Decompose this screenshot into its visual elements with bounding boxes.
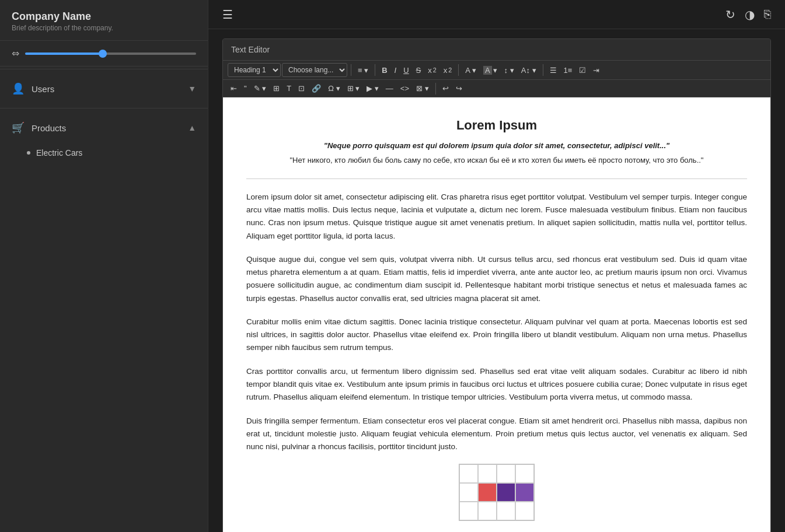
color-cell-r3c3 (497, 502, 515, 520)
sidebar-width-slider[interactable] (25, 52, 196, 55)
font-size-button[interactable]: A↕ ▾ (518, 64, 539, 76)
bg-color-button[interactable]: A ▾ (480, 64, 500, 76)
text-editor-panel: Text Editor Heading 1 Heading 2 Paragrap… (222, 38, 771, 532)
sub-item-dot (27, 151, 30, 155)
color-cell-r1c3 (497, 464, 515, 483)
editor-heading: Lorem Ipsum (246, 115, 747, 135)
media-button[interactable]: ▶ ▾ (364, 82, 382, 94)
company-description: Brief description of the company. (12, 24, 196, 32)
color-cell-purple2 (515, 483, 534, 502)
toolbar-divider1 (351, 64, 351, 76)
editor-para-2: Quisque augue dui, congue vel sem quis, … (246, 253, 747, 305)
sidebar-item-electric-cars[interactable]: Electric Cars (0, 142, 208, 163)
color-grid-container (246, 464, 747, 521)
menu-icon[interactable]: ☰ (222, 8, 233, 22)
color-cell-r1c2 (478, 464, 497, 483)
indent-button[interactable]: ⇥ (590, 64, 602, 76)
sidebar-header: Company Name Brief description of the co… (0, 0, 208, 41)
editor-russian-text: "Нет никого, кто любил бы боль саму по с… (246, 155, 747, 167)
sidebar: Company Name Brief description of the co… (0, 0, 208, 532)
toolbar-divider4 (543, 64, 543, 76)
electric-cars-label: Electric Cars (36, 148, 82, 158)
clear-format-button[interactable]: T (284, 82, 294, 94)
subscript-button[interactable]: x2 (425, 64, 439, 76)
language-select[interactable]: Choose lang... (282, 63, 347, 77)
nav-section: 👤 Users ▼ (0, 72, 208, 106)
format3-button[interactable]: ⊡ (295, 82, 308, 94)
redo-button[interactable]: ↪ (453, 82, 465, 94)
editor-content-divider (246, 178, 747, 179)
bullet-list-button[interactable]: ☰ (547, 64, 560, 76)
todo-list-button[interactable]: ☑ (576, 64, 589, 76)
toolbar-row1: Heading 1 Heading 2 Paragraph Choose lan… (223, 61, 770, 80)
underline-button[interactable]: U (400, 64, 411, 76)
blockquote-button[interactable]: " (241, 82, 250, 94)
table-insert-button[interactable]: ⊞ ▾ (344, 82, 363, 94)
italic-button[interactable]: I (392, 64, 400, 76)
link-button[interactable]: 🔗 (309, 82, 324, 94)
sidebar-item-users-label: Users (32, 84, 54, 94)
color-cell-r1c1 (459, 464, 478, 483)
editor-para-3: Curabitur mollis enim vitae dictum sagit… (246, 316, 747, 355)
products-chevron-icon: ▲ (188, 123, 196, 132)
embed-button[interactable]: ⊠ ▾ (413, 82, 432, 94)
line-height-button[interactable]: ↕ ▾ (501, 64, 517, 76)
users-chevron-icon: ▼ (188, 84, 196, 93)
company-name: Company Name (12, 10, 196, 23)
toolbar-row2: ⇤ " ✎ ▾ ⊞ T ⊡ 🔗 Ω ▾ ⊞ ▾ ▶ ▾ — <> ⊠ ▾ ↩ ↪ (223, 80, 770, 97)
export-icon[interactable]: ⎘ (764, 8, 771, 21)
color-cell-r2c1 (459, 483, 478, 502)
editor-wrapper: Text Editor Heading 1 Heading 2 Paragrap… (208, 29, 785, 532)
special-char-button[interactable]: Ω ▾ (325, 82, 343, 94)
users-icon: 👤 (12, 82, 25, 95)
ordered-list-button[interactable]: 1≡ (561, 64, 575, 76)
font-color-button[interactable]: A ▾ (462, 64, 479, 76)
align-button[interactable]: ≡ ▾ (355, 64, 371, 76)
products-icon: 🛒 (12, 121, 25, 134)
sidebar-item-users[interactable]: 👤 Users ▼ (0, 74, 208, 103)
slider-icon: ⇔ (12, 48, 19, 59)
color-cell-r1c4 (515, 464, 534, 483)
main-content: ☰ ↻ ◑ ⎘ Text Editor Heading 1 Heading 2 … (208, 0, 785, 532)
undo-button[interactable]: ↩ (439, 82, 452, 94)
editor-title-bar: Text Editor (223, 39, 770, 61)
color-cell-purple1 (497, 483, 515, 502)
topbar: ☰ ↻ ◑ ⎘ (208, 0, 785, 29)
toolbar-divider3 (458, 64, 459, 76)
code-button[interactable]: <> (397, 82, 412, 94)
color-cell-r3c1 (459, 502, 478, 520)
bold-button[interactable]: B (379, 64, 390, 76)
superscript-button[interactable]: x2 (441, 64, 455, 76)
toolbar-divider2 (375, 64, 375, 76)
color-cell-r3c2 (478, 502, 497, 520)
sidebar-item-products-label: Products (32, 123, 66, 133)
color-grid (459, 464, 535, 521)
toolbar-divider5 (435, 83, 436, 94)
separator2 (0, 108, 208, 108)
editor-content-area[interactable]: Lorem Ipsum "Neque porro quisquam est qu… (223, 97, 770, 532)
refresh-icon[interactable]: ↻ (725, 8, 735, 22)
color-cell-red (478, 483, 497, 502)
color-cell-r3c4 (515, 502, 534, 520)
editor-italic-quote: "Neque porro quisquam est qui dolorem ip… (246, 140, 747, 152)
highlight-button[interactable]: ✎ ▾ (251, 82, 270, 94)
outdent-button[interactable]: ⇤ (228, 82, 240, 94)
theme-icon[interactable]: ◑ (745, 8, 755, 22)
heading-select[interactable]: Heading 1 Heading 2 Paragraph (228, 63, 281, 77)
nav-section-products: 🛒 Products ▲ Electric Cars (0, 111, 208, 166)
slider-row: ⇔ (0, 41, 208, 66)
strikethrough-button[interactable]: S (413, 64, 424, 76)
editor-para-4: Cras porttitor convallis arcu, ut fermen… (246, 365, 747, 404)
separator (0, 69, 208, 69)
editor-para-1: Lorem ipsum dolor sit amet, consectetur … (246, 191, 747, 243)
table-format-button[interactable]: ⊞ (270, 82, 282, 94)
editor-para-5: Duis fringilla semper fermentum. Etiam c… (246, 415, 747, 454)
sidebar-item-products[interactable]: 🛒 Products ▲ (0, 113, 208, 142)
divider-insert-button[interactable]: — (383, 82, 396, 94)
